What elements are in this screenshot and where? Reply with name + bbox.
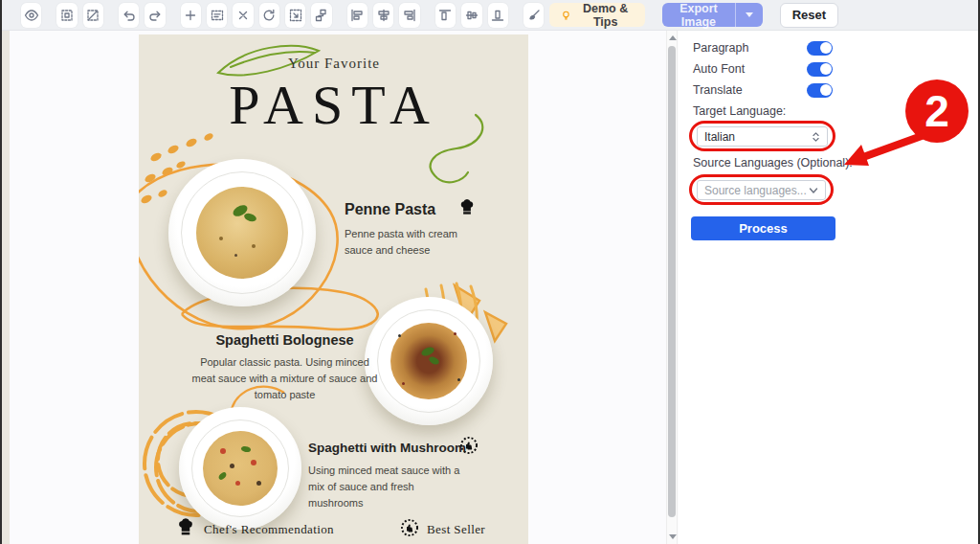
paragraph-label: Paragraph [693,41,748,55]
group-structure-button[interactable] [311,3,331,28]
bolognese-plate-photo [365,297,493,425]
toggle-knob [820,63,832,75]
chevron-down-icon [809,187,818,194]
scroll-down-arrow-icon[interactable] [669,534,677,539]
source-languages-select[interactable]: Source languages... [697,180,826,200]
paragraph-toggle-row: Paragraph [693,40,938,56]
mushroom-plate-photo [179,407,301,530]
updown-chevron-icon [812,131,820,143]
auto-font-toggle-row: Auto Font [693,61,938,77]
align-left-icon [349,8,365,23]
preview-eye-button[interactable] [21,3,41,28]
mushroom-food [203,431,278,506]
process-label: Process [739,221,788,236]
undo-icon [122,8,137,23]
canvas-left-strip [2,31,10,544]
group-structure-icon [314,8,329,23]
menu-item-penne: Penne Pasta Penne pasta with cream sauce… [345,201,469,259]
target-language-value: Italian [704,130,735,144]
poster-image[interactable]: Your Favorite PASTA [139,34,528,544]
undo-button[interactable] [119,3,139,28]
select-text-region-icon [210,8,225,23]
scroll-up-arrow-icon[interactable] [669,35,677,40]
rotate-icon [261,8,277,23]
paragraph-toggle[interactable] [807,41,833,56]
plus-icon [183,8,198,23]
align-center-horizontal-button[interactable] [373,3,393,28]
poster-title: PASTA [139,73,528,137]
demo-tips-label: Demo & Tips [577,2,634,29]
align-right-icon [402,8,417,23]
mushroom-desc: Using minced meat sauce with a mix of sa… [308,463,463,511]
demo-tips-button[interactable]: Demo & Tips [549,3,645,27]
best-seller-badge-icon [400,518,419,537]
align-center-vertical-icon [464,8,479,23]
translate-label: Translate [693,83,743,97]
redo-button[interactable] [145,3,165,28]
penne-food [196,187,288,279]
translate-toggle[interactable] [807,83,833,98]
auto-font-toggle[interactable] [807,62,833,77]
menu-item-bolognese: Spaghetti Bolognese Popular classic past… [191,331,378,403]
eye-icon [24,8,39,23]
brush-icon [526,8,542,23]
chevron-down-icon [746,12,753,17]
export-image-label: Export Image [662,2,734,29]
chefs-recommendation-label: Chef's Recommendation [204,522,334,537]
translate-toggle-row: Translate [693,82,938,98]
redo-icon [147,8,163,23]
bolognese-desc: Popular classic pasta. Using minced meat… [191,354,378,403]
detect-region-button[interactable] [285,3,305,28]
crop-frame-button[interactable] [56,3,77,28]
crop-frame-icon [59,8,75,23]
chef-hat-icon [457,197,477,216]
align-top-button[interactable] [435,3,456,28]
step-number-text: 2 [924,85,949,137]
source-languages-placeholder: Source languages... [704,184,807,197]
menu-item-mushroom: Spaghetti with Mushroom Using minced mea… [308,439,466,511]
export-dropdown-toggle[interactable] [735,3,763,27]
align-top-icon [437,8,453,23]
toggle-knob [820,42,832,54]
align-bottom-button[interactable] [488,3,508,28]
align-right-button[interactable] [399,3,419,28]
add-plus-button[interactable] [181,3,201,28]
lightbulb-icon [561,9,571,22]
best-seller-badge-icon [459,436,479,455]
source-languages-label: Source Languages (Optional): [693,156,853,170]
penne-desc: Penne pasta with cream sauce and cheese [345,226,469,259]
delete-x-button[interactable] [233,3,253,28]
mushroom-name: Spaghetti with Mushroom [308,441,466,455]
penne-name: Penne Pasta [345,201,435,217]
crop-frame-off-icon [85,8,100,23]
reset-button[interactable]: Reset [780,3,838,28]
clean-brush-button[interactable] [523,3,544,28]
target-language-select[interactable]: Italian [697,126,828,147]
editor-canvas: Your Favorite PASTA [2,31,978,544]
process-button[interactable]: Process [691,216,835,240]
auto-font-label: Auto Font [693,62,745,76]
bolognese-food [390,323,467,399]
penne-plate-photo [168,159,316,306]
align-center-vertical-button[interactable] [461,3,481,28]
chef-hat-icon [175,516,196,537]
toolbar: Demo & Tips Export Image Reset [2,0,978,31]
align-left-button[interactable] [347,3,368,28]
toggle-knob [820,84,832,96]
poster-tagline: Your Favorite [238,56,430,72]
reset-label: Reset [792,8,826,22]
scrollbar-thumb[interactable] [668,46,676,517]
export-image-button[interactable]: Export Image [662,3,762,27]
select-text-region-button[interactable] [207,3,227,28]
rotate-button[interactable] [259,3,279,28]
x-icon [235,8,251,23]
best-seller-label: Best Seller [427,522,485,537]
align-bottom-icon [490,8,505,23]
align-center-horizontal-icon [376,8,391,23]
crop-frame-off-button[interactable] [83,3,103,28]
vertical-scrollbar[interactable] [666,31,678,544]
detect-region-icon [288,8,303,23]
target-language-label: Target Language: [693,104,786,118]
annotation-step-number: 2 [905,79,969,143]
bolognese-name: Spaghetti Bolognese [215,332,353,348]
